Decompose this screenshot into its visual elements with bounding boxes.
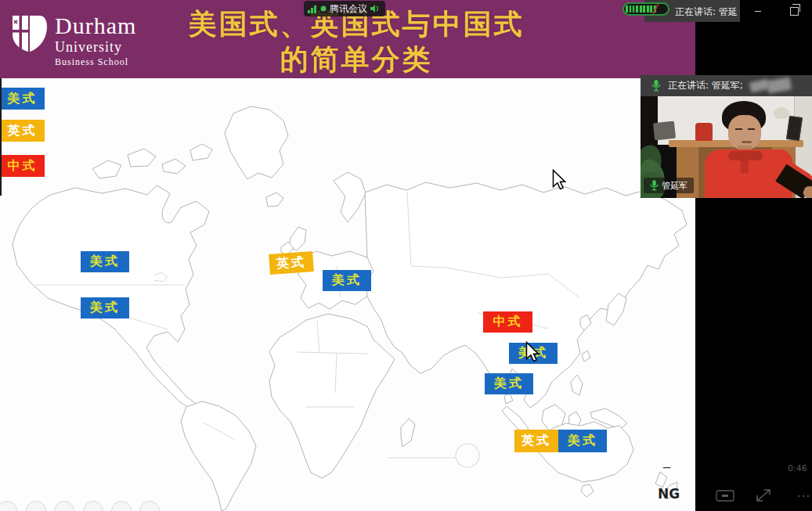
red-ornament [695, 123, 713, 141]
mouse-cursor-icon [552, 169, 566, 190]
meeting-app-pill[interactable]: 腾讯会议 [304, 1, 385, 16]
microphone-icon [650, 180, 659, 191]
slide-dash-mark: ─ [663, 461, 670, 475]
speaker-icon [370, 5, 379, 13]
webcam-header: 正在讲话: 管延军; [641, 75, 812, 96]
map-label-australia-east: 美式 [558, 430, 607, 452]
blurred-name [767, 77, 792, 94]
person-face [728, 115, 761, 149]
legend-british: 英式 [0, 120, 45, 142]
volume-level-bars [626, 5, 656, 13]
signal-bars-icon [308, 5, 317, 13]
volume-meter [623, 2, 669, 16]
map-label-europe: 美式 [323, 270, 371, 291]
webcam-overlay[interactable]: 正在讲话: 管延军; [641, 75, 812, 198]
speaking-label-top: 正在讲话: 管延 [675, 5, 739, 19]
durham-shield-icon [11, 14, 47, 56]
meeting-timer: 0:46 [788, 463, 807, 473]
slide-edge-strip [0, 78, 2, 196]
webcam-video: 管延军 [641, 96, 812, 198]
map-label-canada: 美式 [81, 251, 129, 272]
presenter-cursor-icon [525, 341, 540, 362]
status-dot-icon [320, 5, 327, 12]
meeting-window: Durham University Business School 美国式、英国… [0, 0, 812, 511]
map-label-china: 中式 [483, 311, 532, 333]
restore-icon [790, 7, 799, 16]
slide-title-line2: 的简单分类 [129, 41, 583, 77]
participant-name-tag: 管延军 [644, 178, 694, 193]
logo-name: Durham [55, 14, 136, 38]
map-label-australia-west: 英式 [514, 430, 558, 452]
hoodie-collar [728, 151, 763, 160]
map-label-uk: 英式 [269, 251, 314, 275]
keyboard-icon[interactable] [716, 490, 734, 502]
shared-screen-slide: Durham University Business School 美国式、英国… [0, 0, 697, 511]
slide-title: 美国式、英国式与中国式 的简单分类 [129, 6, 583, 77]
legend-chinese: 中式 [0, 155, 45, 177]
legend-american: 美式 [0, 88, 45, 110]
durham-logo: Durham University Business School [11, 14, 136, 67]
participant-name: 管延军 [662, 180, 687, 192]
restore-button[interactable] [778, 0, 810, 22]
meeting-app-name: 腾讯会议 [330, 2, 367, 16]
person-eye [748, 128, 755, 130]
wall-panel [653, 121, 676, 141]
hoodie-zip [741, 160, 749, 173]
more-options-button[interactable]: ··· [797, 490, 810, 504]
person-eye [735, 128, 742, 130]
microphone-icon [651, 80, 661, 92]
skull-ornament [774, 107, 789, 119]
logo-sub: University [55, 40, 136, 54]
map-label-usa: 美式 [81, 297, 129, 318]
logo-division: Business School [55, 57, 136, 67]
expand-icon[interactable] [753, 486, 774, 505]
map-label-southeast-asia: 美式 [485, 373, 533, 394]
speaking-label-webcam: 正在讲话: 管延军; [668, 79, 743, 92]
minimize-button[interactable]: ─ [742, 0, 774, 22]
person-mouth [742, 141, 752, 143]
slide-watermark: NG [658, 486, 680, 502]
